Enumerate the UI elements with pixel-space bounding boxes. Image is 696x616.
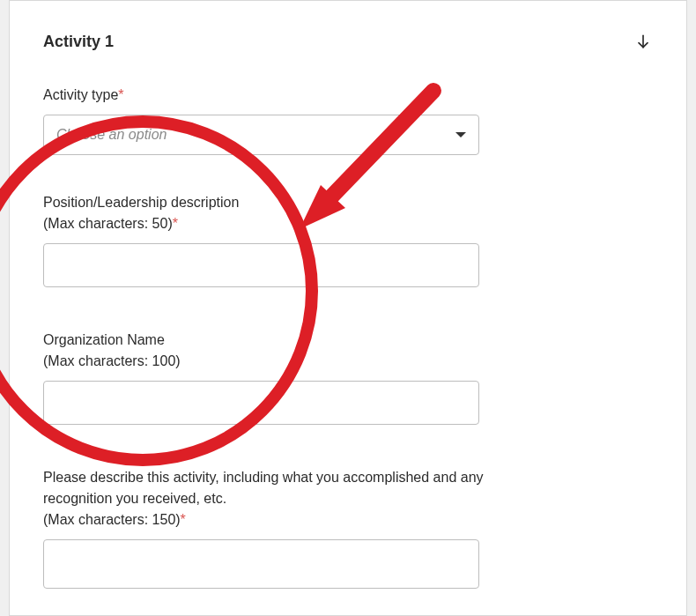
label-text-line1: Organization Name xyxy=(43,332,165,347)
position-input[interactable] xyxy=(43,243,479,287)
label-text-line1: Please describe this activity, including… xyxy=(43,470,484,506)
label-text-line1: Position/Leadership description xyxy=(43,195,239,210)
description-field: Please describe this activity, including… xyxy=(43,467,653,592)
activity-type-label: Activity type* xyxy=(43,85,653,106)
activity-type-field: Activity type* Choose an option xyxy=(43,85,653,155)
label-text-line2: (Max characters: 50)* xyxy=(43,213,653,234)
required-mark: * xyxy=(181,512,186,527)
position-field: Position/Leadership description (Max cha… xyxy=(43,192,653,287)
position-label: Position/Leadership description (Max cha… xyxy=(43,192,653,234)
label-text-line2: (Max characters: 100) xyxy=(43,351,653,372)
chevron-down-icon xyxy=(455,132,466,137)
description-label: Please describe this activity, including… xyxy=(43,467,492,531)
required-mark: * xyxy=(118,87,123,102)
label-text: Activity type xyxy=(43,87,118,102)
activity-type-select-wrap: Choose an option xyxy=(43,115,479,155)
label-text-line2: (Max characters: 150)* xyxy=(43,509,492,531)
organization-label: Organization Name (Max characters: 100) xyxy=(43,330,653,372)
activity-card: Activity 1 Activity type* Choose an opti… xyxy=(9,0,687,616)
collapse-arrow-icon[interactable] xyxy=(633,32,653,51)
description-input[interactable] xyxy=(43,539,479,589)
required-mark: * xyxy=(173,216,178,231)
card-title: Activity 1 xyxy=(43,33,114,51)
select-placeholder: Choose an option xyxy=(56,127,167,143)
organization-field: Organization Name (Max characters: 100) xyxy=(43,330,653,425)
card-header: Activity 1 xyxy=(43,32,653,51)
organization-input[interactable] xyxy=(43,381,479,425)
activity-type-select[interactable]: Choose an option xyxy=(43,115,479,155)
